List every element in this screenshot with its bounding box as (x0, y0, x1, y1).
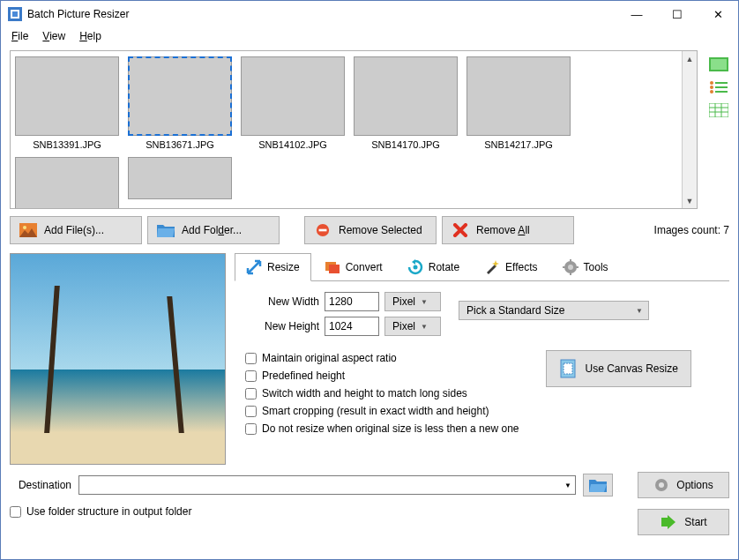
chevron-down-icon: ▼ (636, 307, 643, 315)
close-button[interactable]: ✕ (698, 1, 738, 27)
svg-rect-6 (715, 82, 728, 84)
maximize-button[interactable]: ☐ (657, 1, 698, 27)
remove-icon (314, 223, 332, 237)
thumbnail-image (128, 56, 232, 136)
convert-icon (325, 259, 340, 275)
thumbnail-item[interactable]: SNB13391.JPG (14, 56, 120, 150)
app-icon (8, 7, 22, 21)
view-mode-icons (706, 50, 731, 213)
thumbnail-label: SNB14170.JPG (371, 139, 440, 150)
menu-view[interactable]: View (37, 28, 71, 44)
remove-all-label: Remove All (476, 224, 530, 236)
preview-image (10, 253, 226, 465)
thumbnail-image (15, 56, 119, 136)
svg-point-9 (710, 90, 713, 93)
titlebar: Batch Picture Resizer — ☐ ✕ (1, 1, 738, 27)
thumbnail-image (467, 56, 571, 136)
thumbnail-label: SNB14217.JPG (484, 139, 553, 150)
tab-resize[interactable]: Resize (235, 253, 311, 281)
options-button[interactable]: Options (638, 472, 729, 498)
window-title: Batch Picture Resizer (27, 8, 616, 20)
thumbnail-item[interactable] (127, 157, 233, 208)
remove-all-button[interactable]: Remove All (442, 216, 574, 244)
width-unit-combo[interactable]: Pixel▼ (384, 292, 441, 311)
scroll-down-icon[interactable]: ▼ (683, 193, 697, 208)
maintain-ratio-checkbox[interactable]: Maintain original aspect ratio (245, 352, 519, 364)
toolbar: Add File(s)... Add Folder... Remove Sele… (1, 213, 738, 248)
start-button[interactable]: Start (638, 509, 729, 535)
svg-rect-2 (12, 11, 18, 17)
new-height-input[interactable] (325, 317, 379, 336)
svg-rect-21 (329, 265, 340, 273)
play-icon (660, 515, 677, 529)
minimize-button[interactable]: — (616, 1, 657, 27)
svg-rect-11 (709, 103, 728, 117)
new-width-label: New Width (240, 295, 319, 308)
svg-point-17 (23, 226, 26, 229)
destination-label: Destination (10, 479, 71, 491)
thumbnail-item[interactable]: SNB14170.JPG (353, 56, 459, 150)
view-grid-icon[interactable] (708, 101, 729, 119)
tab-convert[interactable]: Convert (313, 253, 394, 281)
new-width-input[interactable] (325, 292, 379, 311)
chevron-down-icon: ▼ (421, 298, 428, 306)
canvas-resize-button[interactable]: Use Canvas Resize (546, 350, 691, 387)
images-count: Images count: 7 (654, 224, 729, 236)
tools-icon (563, 259, 579, 275)
thumbnail-label: SNB13391.JPG (33, 139, 101, 150)
view-list-icon[interactable] (708, 78, 729, 96)
folder-open-icon (589, 478, 607, 492)
thumbnail-label: SNB13671.JPG (146, 139, 214, 150)
scrollbar[interactable]: ▲ ▼ (682, 51, 697, 208)
thumbnail-image (354, 56, 458, 136)
svg-rect-19 (319, 229, 327, 232)
thumbnail-area: SNB13391.JPG SNB13671.JPG SNB14102.JPG S… (10, 50, 698, 209)
svg-rect-4 (711, 59, 727, 70)
predefined-height-checkbox[interactable]: Predefined height (245, 370, 519, 382)
no-resize-checkbox[interactable]: Do not resize when original size is less… (245, 422, 519, 435)
standard-size-combo[interactable]: Pick a Standard Size▼ (459, 301, 649, 320)
new-height-label: New Height (240, 320, 319, 332)
scroll-up-icon[interactable]: ▲ (683, 51, 697, 66)
height-unit-combo[interactable]: Pixel▼ (384, 317, 441, 336)
svg-point-32 (659, 482, 664, 488)
resize-icon (246, 259, 262, 275)
rotate-icon (407, 259, 423, 275)
folder-icon (157, 223, 175, 237)
svg-point-5 (710, 81, 713, 85)
smart-crop-checkbox[interactable]: Smart cropping (result in exact width an… (245, 405, 519, 417)
tab-tools[interactable]: Tools (551, 253, 620, 281)
tab-effects[interactable]: Effects (473, 253, 549, 281)
remove-selected-button[interactable]: Remove Selected (304, 216, 437, 244)
tabstrip: Resize Convert Rotate Effects Tools (235, 253, 729, 281)
svg-rect-10 (715, 91, 728, 93)
thumbnail-image (128, 157, 232, 199)
svg-point-22 (413, 265, 417, 270)
svg-rect-8 (715, 86, 728, 88)
view-thumbnails-icon[interactable] (708, 56, 729, 73)
svg-rect-30 (564, 363, 572, 374)
svg-point-7 (710, 86, 713, 89)
menu-help[interactable]: Help (74, 28, 107, 44)
thumbnail-item[interactable]: SNB14217-2.jpg (14, 157, 120, 208)
tab-rotate[interactable]: Rotate (396, 253, 471, 281)
browse-button[interactable] (583, 474, 613, 497)
switch-wh-checkbox[interactable]: Switch width and height to match long si… (245, 387, 519, 399)
delete-icon (452, 223, 469, 237)
svg-point-24 (568, 265, 573, 270)
photo-icon (19, 223, 37, 237)
destination-combo[interactable]: ▼ (78, 475, 576, 495)
add-files-button[interactable]: Add File(s)... (10, 216, 142, 244)
add-folder-button[interactable]: Add Folder... (147, 216, 280, 244)
gear-icon (653, 477, 669, 493)
chevron-down-icon: ▼ (564, 482, 571, 489)
thumbnail-image (241, 56, 345, 136)
menu-file[interactable]: File (6, 28, 34, 44)
effects-icon (484, 259, 500, 275)
add-folder-label: Add Folder... (182, 224, 242, 236)
thumbnail-item[interactable]: SNB14102.JPG (240, 56, 346, 150)
use-folder-structure-checkbox[interactable]: Use folder structure in output folder (10, 505, 191, 518)
thumbnail-item[interactable]: SNB14217.JPG (466, 56, 571, 150)
remove-selected-label: Remove Selected (339, 224, 422, 236)
thumbnail-item[interactable]: SNB13671.JPG (127, 56, 233, 150)
